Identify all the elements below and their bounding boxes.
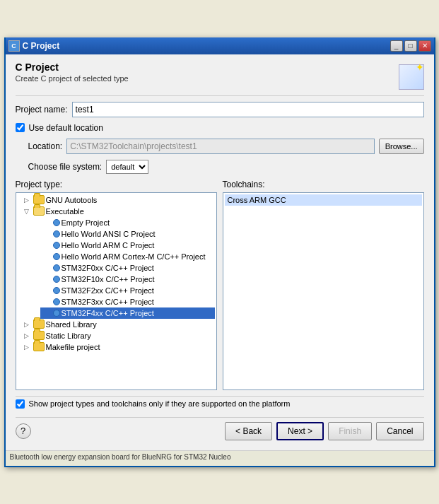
spacer [42,308,52,318]
button-row: ? < Back Next > Finish Cancel [16,417,424,443]
title-bar-left: C C Project [8,40,60,52]
close-button[interactable]: ✕ [418,40,431,52]
folder-icon [33,342,45,351]
location-label: Location: [28,141,63,151]
sparkle-icon: ✦ [416,61,424,73]
item-label: STM32F10x C/C++ Project [62,275,155,283]
spacer [42,229,52,239]
spacer [42,274,52,284]
bullet-icon [53,264,60,271]
header-icon-container: ✦ [390,61,424,90]
browse-button[interactable]: Browse... [379,139,424,154]
tree-item-stm32f0xx[interactable]: STM32F0xx C/C++ Project [40,262,215,274]
tree-item-hello-cortex[interactable]: Hello World ARM Cortex-M C/C++ Project [40,251,215,262]
item-label: Shared Library [46,320,97,329]
maximize-button[interactable]: □ [404,40,417,52]
header-text: C Project Create C project of selected t… [16,61,129,83]
project-type-panel: Project type: ▷ GNU Autotools ▽ Executab… [16,180,217,390]
spacer [42,218,52,228]
item-label: Empty Project [62,218,110,227]
toolchains-label: Toolchains: [223,180,424,189]
bullet-icon [53,298,60,305]
tree-item-empty-project[interactable]: Empty Project [40,217,215,228]
tree-item-static-library[interactable]: ▷ Static Library [21,330,215,341]
filesystem-label: Choose file system: [28,162,103,172]
main-window: C C Project _ □ ✕ C Project Create C pro… [4,37,435,467]
expand-icon: ▷ [22,320,32,329]
dialog-subtitle: Create C project of selected type [16,74,129,83]
back-button[interactable]: < Back [225,422,272,440]
help-button[interactable]: ? [16,423,31,439]
location-row: Location: Browse... [16,139,424,154]
item-label: Static Library [46,332,91,340]
item-label: STM32F0xx C/C++ Project [62,264,154,272]
tree-item-executable[interactable]: ▽ Executable [21,206,215,217]
window-icon: C [8,40,20,52]
bullet-icon [53,230,60,238]
spacer [42,263,52,273]
title-buttons: _ □ ✕ [390,40,431,52]
use-default-location-checkbox[interactable] [16,123,25,132]
window-title: C Project [23,41,60,51]
spacer [42,252,52,262]
expand-icon: ▽ [22,206,32,216]
expand-icon: ▷ [22,331,32,341]
title-bar: C C Project _ □ ✕ [6,37,434,54]
item-label: Executable [46,207,84,216]
project-name-input[interactable] [72,102,424,117]
location-input[interactable] [66,139,374,154]
spacer [42,240,52,250]
tree-item-hello-arm[interactable]: Hello World ARM C Project [40,240,215,251]
bullet-icon [53,242,60,249]
platform-filter-checkbox[interactable] [16,399,25,409]
folder-icon [33,320,45,329]
status-text: Bluetooth low energy expansion board for… [10,453,231,461]
tree-item-hello-ansi[interactable]: Hello World ANSI C Project [40,228,215,240]
header-section: C Project Create C project of selected t… [16,61,424,96]
tree-item-stm32f2xx[interactable]: STM32F2xx C/C++ Project [40,285,215,296]
project-name-label: Project name: [16,105,68,115]
content-area: C Project Create C project of selected t… [6,54,434,450]
project-type-label: Project type: [16,180,217,189]
item-label: STM32F4xx C/C++ Project [62,309,154,317]
bullet-icon [53,253,60,260]
spacer [42,286,52,295]
project-name-row: Project name: [16,102,424,117]
finish-button[interactable]: Finish [328,422,372,440]
tree-item-shared-library[interactable]: ▷ Shared Library [21,319,215,330]
status-bar: Bluetooth low energy expansion board for… [6,450,434,466]
item-label: Hello World ANSI C Project [62,230,156,238]
item-label: Makefile project [46,343,100,351]
bullet-icon [53,219,60,226]
next-button[interactable]: Next > [276,422,324,440]
toolchains-panel: Toolchains: Cross ARM GCC [223,180,424,390]
item-label: Hello World ARM Cortex-M C/C++ Project [62,252,206,261]
use-default-location-label: Use default location [29,123,103,133]
bullet-icon [53,287,60,294]
toolchain-item-cross-arm-gcc[interactable]: Cross ARM GCC [225,194,422,206]
folder-icon [33,331,45,340]
item-label: GNU Autotools [46,196,98,204]
expand-icon: ▷ [22,195,32,205]
tree-item-stm32f3xx[interactable]: STM32F3xx C/C++ Project [40,296,215,307]
filesystem-row: Choose file system: default [16,160,424,174]
filesystem-select[interactable]: default [106,160,148,174]
dialog-title: C Project [16,61,129,73]
platform-filter-label: Show project types and toolchains only i… [29,399,291,408]
item-label: Hello World ARM C Project [62,241,155,250]
panels-row: Project type: ▷ GNU Autotools ▽ Executab… [16,180,424,390]
use-default-location-row: Use default location [16,123,424,133]
spacer [42,297,52,307]
tree-item-stm32f4xx[interactable]: STM32F4xx C/C++ Project [40,307,215,319]
tree-item-gnu-autotools[interactable]: ▷ GNU Autotools [21,194,215,206]
cancel-button[interactable]: Cancel [376,422,423,440]
tree-item-stm32f10x[interactable]: STM32F10x C/C++ Project [40,274,215,285]
toolchains-list[interactable]: Cross ARM GCC [223,192,424,390]
bottom-checkbox-row: Show project types and toolchains only i… [16,396,424,411]
folder-icon [33,195,45,204]
folder-open-icon [33,206,45,216]
project-type-tree[interactable]: ▷ GNU Autotools ▽ Executable Emp [16,192,217,390]
tree-item-makefile[interactable]: ▷ Makefile project [21,341,215,353]
minimize-button[interactable]: _ [390,40,403,52]
bullet-icon [53,276,60,283]
